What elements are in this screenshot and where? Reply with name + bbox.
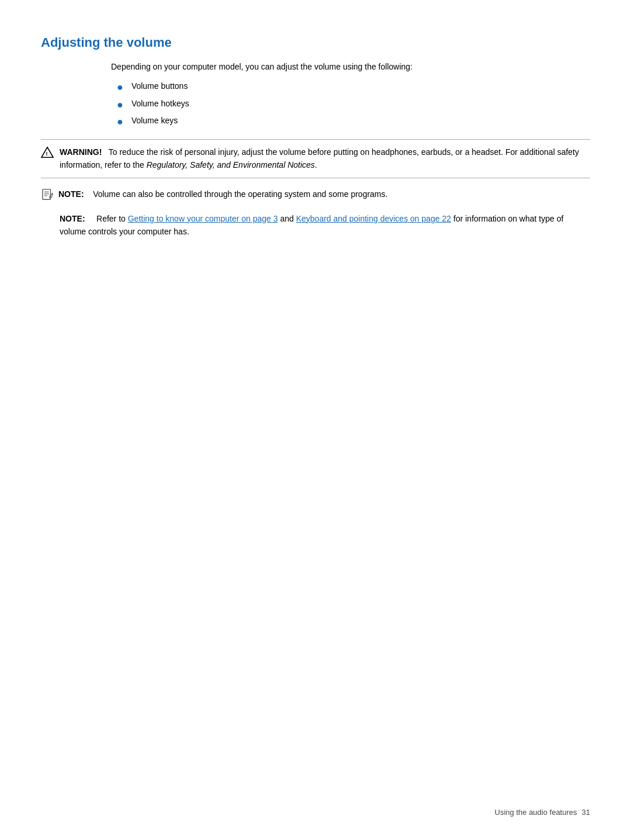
list-item-label: Volume hotkeys: [131, 99, 189, 108]
note1-block: NOTE: Volume can also be controlled thro…: [41, 188, 590, 203]
note-icon: [41, 188, 54, 203]
list-item: ● Volume hotkeys: [117, 99, 590, 112]
list-item-label: Volume keys: [131, 116, 178, 125]
warning-text: WARNING! To reduce the risk of personal …: [60, 146, 590, 172]
bullet-icon: ●: [117, 116, 123, 129]
footer-label: Using the audio features: [495, 808, 577, 817]
warning-icon: !: [41, 146, 54, 161]
warning-body: To reduce the risk of personal injury, a…: [60, 147, 579, 170]
page-number: 31: [582, 808, 590, 817]
note2-block: NOTE: Refer to Getting to know your comp…: [60, 212, 590, 238]
note2-label: NOTE:: [60, 214, 85, 223]
note1-text: NOTE: Volume can also be controlled thro…: [58, 188, 387, 201]
svg-text:!: !: [46, 151, 48, 157]
link-getting-to-know[interactable]: Getting to know your computer on page 3: [128, 214, 278, 223]
list-item: ● Volume keys: [117, 116, 590, 129]
warning-block: ! WARNING! To reduce the risk of persona…: [41, 139, 590, 178]
list-item: ● Volume buttons: [117, 81, 590, 94]
feature-list: ● Volume buttons ● Volume hotkeys ● Volu…: [117, 81, 590, 129]
list-item-label: Volume buttons: [131, 81, 188, 91]
page-footer: Using the audio features 31: [495, 808, 590, 817]
bullet-icon: ●: [117, 99, 123, 112]
intro-paragraph: Depending on your computer model, you ca…: [111, 61, 590, 73]
bullet-icon: ●: [117, 81, 123, 94]
section-title: Adjusting the volume: [41, 35, 590, 50]
page-content: Adjusting the volume Depending on your c…: [0, 0, 631, 294]
note1-label: NOTE:: [58, 189, 84, 199]
warning-label: WARNING!: [60, 147, 102, 157]
link-keyboard-pointing[interactable]: Keyboard and pointing devices on page 22: [296, 214, 451, 223]
